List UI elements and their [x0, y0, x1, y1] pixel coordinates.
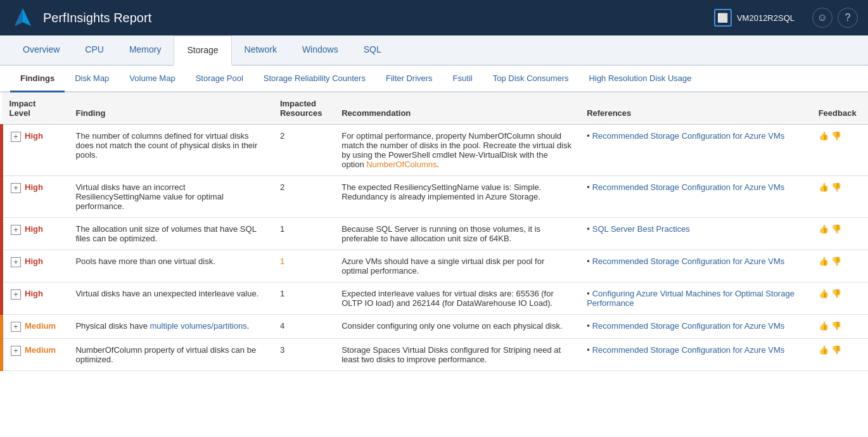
finding-cell: Physical disks have multiple volumes/par…	[68, 315, 272, 339]
thumbs-up-icon[interactable]: 👍	[819, 182, 829, 192]
references-cell: •Recommended Storage Configuration for A…	[579, 315, 810, 339]
recommendation-cell: The expected ResiliencySettingName value…	[334, 176, 579, 218]
tab-windows[interactable]: Windows	[290, 35, 351, 66]
feedback-cell: 👍 👎	[811, 125, 868, 176]
recommendation-cell: For optimal performance, property Number…	[334, 125, 579, 176]
feedback-cell: 👍 👎	[811, 282, 868, 315]
reference-link[interactable]: Recommended Storage Configuration for Az…	[592, 131, 785, 141]
sub-nav: Findings Disk Map Volume Map Storage Poo…	[0, 66, 868, 92]
thumbs-down-icon[interactable]: 👎	[831, 345, 841, 355]
impact-cell: + High	[2, 282, 68, 315]
reference-link[interactable]: SQL Server Best Practices	[592, 224, 690, 234]
expand-button[interactable]: +	[11, 346, 21, 356]
references-cell: •Recommended Storage Configuration for A…	[579, 125, 810, 176]
expand-button[interactable]: +	[11, 289, 21, 300]
impact-level: Medium	[25, 345, 56, 355]
subtab-findings[interactable]: Findings	[10, 66, 65, 92]
vm-selector[interactable]: ⬜ VM2012R2SQL	[714, 9, 795, 27]
expand-button[interactable]: +	[11, 225, 21, 235]
thumbs-up-icon[interactable]: 👍	[819, 224, 829, 234]
impacted-cell: 1	[272, 218, 334, 250]
impact-level: High	[25, 289, 43, 298]
thumbs-up-icon[interactable]: 👍	[819, 131, 829, 141]
finding-cell: Virtual disks have an incorrect Resilien…	[68, 176, 272, 218]
table-row: + High The number of columns defined for…	[2, 125, 869, 176]
impact-level: High	[25, 182, 43, 192]
feedback-cell: 👍 👎	[811, 218, 868, 250]
thumbs-down-icon[interactable]: 👎	[831, 256, 841, 266]
expand-button[interactable]: +	[11, 183, 21, 193]
feedback-cell: 👍 👎	[811, 315, 868, 339]
vm-icon: ⬜	[714, 9, 732, 27]
table-row: + High Pools have more than one virtual …	[2, 250, 869, 282]
feedback-cell: 👍 👎	[811, 250, 868, 282]
impact-level: High	[25, 256, 43, 266]
references-cell: •Recommended Storage Configuration for A…	[579, 250, 810, 282]
table-header-row: ImpactLevel Finding ImpactedResources Re…	[2, 92, 869, 125]
impact-cell: + High	[2, 176, 68, 218]
reference-link[interactable]: Recommended Storage Configuration for Az…	[592, 182, 785, 192]
thumbs-down-icon[interactable]: 👎	[831, 321, 841, 331]
reference-link[interactable]: Recommended Storage Configuration for Az…	[592, 256, 785, 266]
tab-memory[interactable]: Memory	[117, 35, 174, 66]
thumbs-up-icon[interactable]: 👍	[819, 289, 829, 298]
tab-overview[interactable]: Overview	[10, 35, 72, 66]
finding-cell: Virtual disks have an unexpected interle…	[68, 282, 272, 315]
tab-cpu[interactable]: CPU	[72, 35, 117, 66]
subtab-volumemap[interactable]: Volume Map	[119, 66, 185, 92]
impacted-cell: 1	[272, 282, 334, 315]
thumbs-down-icon[interactable]: 👎	[831, 182, 841, 192]
thumbs-down-icon[interactable]: 👎	[831, 289, 841, 298]
thumbs-up-icon[interactable]: 👍	[819, 321, 829, 331]
recommendation-cell: Consider configuring only one volume on …	[334, 315, 579, 339]
col-header-impacted: ImpactedResources	[272, 92, 334, 125]
finding-cell: NumberOfColumn property of virtual disks…	[68, 339, 272, 371]
main-nav: Overview CPU Memory Storage Network Wind…	[0, 35, 868, 66]
tab-sql[interactable]: SQL	[351, 35, 394, 66]
recommendation-cell: Azure VMs should have a single virtual d…	[334, 250, 579, 282]
subtab-fsutil[interactable]: Fsutil	[443, 66, 483, 92]
table-row: + High The allocation unit size of volum…	[2, 218, 869, 250]
reference-link[interactable]: Recommended Storage Configuration for Az…	[592, 345, 785, 355]
findings-table: ImpactLevel Finding ImpactedResources Re…	[0, 92, 868, 371]
thumbs-up-icon[interactable]: 👍	[819, 256, 829, 266]
app-title: PerfInsights Report	[43, 11, 706, 25]
feedback-cell: 👍 👎	[811, 176, 868, 218]
subtab-highres[interactable]: High Resolution Disk Usage	[579, 66, 702, 92]
thumbs-down-icon[interactable]: 👎	[831, 131, 841, 141]
table-row: + Medium Physical disks have multiple vo…	[2, 315, 869, 339]
expand-button[interactable]: +	[11, 257, 21, 267]
impacted-cell: 3	[272, 339, 334, 371]
vm-name: VM2012R2SQL	[737, 13, 795, 23]
thumbs-up-icon[interactable]: 👍	[819, 345, 829, 355]
reference-link[interactable]: Configuring Azure Virtual Machines for O…	[587, 289, 795, 308]
expand-button[interactable]: +	[11, 322, 21, 332]
references-cell: •Recommended Storage Configuration for A…	[579, 176, 810, 218]
tab-network[interactable]: Network	[232, 35, 290, 66]
references-cell: •Configuring Azure Virtual Machines for …	[579, 282, 810, 315]
subtab-filterdrivers[interactable]: Filter Drivers	[376, 66, 443, 92]
impact-cell: + Medium	[2, 315, 68, 339]
subtab-diskmap[interactable]: Disk Map	[65, 66, 119, 92]
reference-link[interactable]: Recommended Storage Configuration for Az…	[592, 321, 785, 331]
help-button[interactable]: ?	[838, 8, 858, 28]
subtab-topdisk[interactable]: Top Disk Consumers	[483, 66, 579, 92]
subtab-storagepool[interactable]: Storage Pool	[186, 66, 253, 92]
references-cell: •SQL Server Best Practices	[579, 218, 810, 250]
thumbs-down-icon[interactable]: 👎	[831, 224, 841, 234]
subtab-reliability[interactable]: Storage Reliability Counters	[253, 66, 376, 92]
impacted-cell: 1	[272, 250, 334, 282]
impact-cell: + High	[2, 218, 68, 250]
col-header-references: References	[579, 92, 810, 125]
references-cell: •Recommended Storage Configuration for A…	[579, 339, 810, 371]
col-header-finding: Finding	[68, 92, 272, 125]
expand-button[interactable]: +	[11, 132, 21, 142]
tab-storage[interactable]: Storage	[174, 35, 231, 66]
impacted-cell: 4	[272, 315, 334, 339]
smile-button[interactable]: ☺	[812, 8, 833, 28]
finding-cell: Pools have more than one virtual disk.	[68, 250, 272, 282]
recommendation-cell: Expected interleave values for virtual d…	[334, 282, 579, 315]
col-header-impact: ImpactLevel	[2, 92, 68, 125]
recommendation-cell: Because SQL Server is running on those v…	[334, 218, 579, 250]
impacted-cell: 2	[272, 125, 334, 176]
